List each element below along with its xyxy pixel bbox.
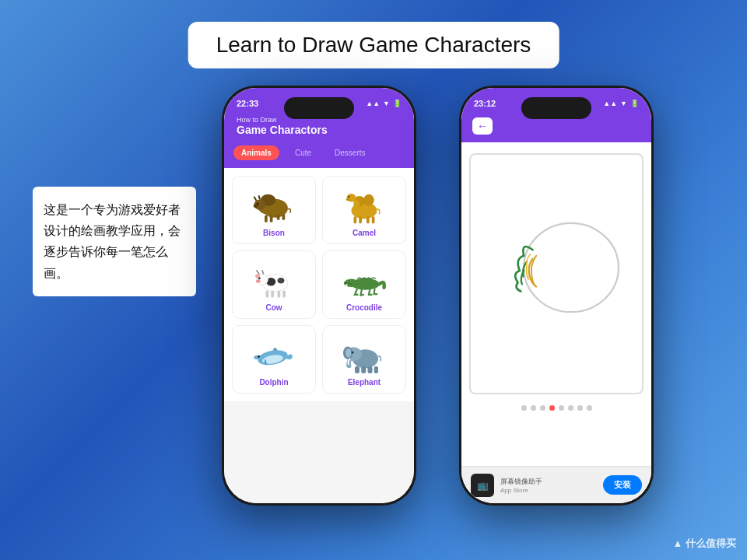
crocodile-image xyxy=(341,257,388,300)
pagination-dots xyxy=(461,405,651,411)
description-box: 这是一个专为游戏爱好者设计的绘画教学应用，会逐步告诉你每一笔怎么画。 xyxy=(33,187,196,296)
store-label: App Store xyxy=(500,487,597,494)
dot-7 xyxy=(577,405,583,411)
svg-rect-10 xyxy=(277,214,280,220)
bison-label: Bison xyxy=(239,229,309,237)
svg-rect-54 xyxy=(361,366,366,373)
phone-2-screen: 23:12 ▲▲ ▼ 🔋 ← xyxy=(461,88,651,503)
crocodile-label: Crocodile xyxy=(329,303,399,312)
animal-card-crocodile[interactable]: Crocodile xyxy=(322,250,406,319)
install-button[interactable]: 安装 xyxy=(603,475,642,495)
svg-rect-35 xyxy=(266,291,269,298)
time-1: 22:33 xyxy=(237,99,258,108)
svg-point-51 xyxy=(352,352,354,354)
svg-point-18 xyxy=(346,198,350,201)
page-title: Learn to Draw Game Characters xyxy=(188,22,559,68)
dynamic-island-2 xyxy=(521,97,591,119)
svg-point-45 xyxy=(258,355,260,358)
category-tabs: Animals Cute Desserts xyxy=(224,145,414,168)
phone-1: 22:33 ▲▲ ▼ 🔋 How to Draw Game Charactors… xyxy=(222,86,416,506)
animal-card-dolphin[interactable]: Dolphin xyxy=(232,325,316,394)
status-icons-2: ▲▲ ▼ 🔋 xyxy=(603,100,639,107)
svg-line-5 xyxy=(259,195,261,199)
cow-label: Cow xyxy=(239,303,309,312)
camel-image xyxy=(341,183,388,226)
status-icons-1: ▲▲ ▼ 🔋 xyxy=(366,100,402,107)
svg-point-57 xyxy=(524,223,619,312)
app-title: Game Charactors xyxy=(237,124,402,136)
mirror-app-name: 屏幕镜像助手 xyxy=(500,477,597,487)
svg-rect-15 xyxy=(354,200,360,213)
animal-card-cow[interactable]: Cow xyxy=(232,250,316,319)
svg-point-46 xyxy=(258,355,259,356)
app-store-icon: 📺 xyxy=(471,474,494,497)
svg-line-29 xyxy=(262,270,264,274)
svg-rect-22 xyxy=(372,216,375,223)
dynamic-island-1 xyxy=(284,97,354,119)
cow-image xyxy=(251,257,297,300)
svg-point-34 xyxy=(258,281,259,282)
svg-point-33 xyxy=(257,281,258,282)
svg-rect-55 xyxy=(368,366,373,373)
elephant-image xyxy=(341,332,388,375)
phone-2: 23:12 ▲▲ ▼ 🔋 ← xyxy=(459,86,654,506)
svg-point-50 xyxy=(345,348,352,358)
svg-rect-8 xyxy=(265,215,268,222)
dot-3 xyxy=(540,405,545,411)
app-store-info: 屏幕镜像助手 App Store xyxy=(500,477,597,494)
app-store-banner: 📺 屏幕镜像助手 App Store 安装 xyxy=(461,466,651,503)
svg-point-6 xyxy=(257,203,258,205)
camel-label: Camel xyxy=(329,229,399,237)
svg-point-7 xyxy=(254,205,258,208)
drawing-canvas xyxy=(469,153,644,394)
dolphin-image xyxy=(251,332,297,375)
animal-grid: Bison xyxy=(224,168,414,401)
dot-2 xyxy=(531,405,536,411)
svg-line-4 xyxy=(254,197,257,201)
dot-6 xyxy=(568,405,573,411)
animal-card-elephant[interactable]: Elephant xyxy=(322,325,406,394)
svg-rect-11 xyxy=(282,214,286,220)
tab-desserts[interactable]: Desserts xyxy=(327,145,373,160)
svg-rect-53 xyxy=(355,366,359,373)
svg-rect-56 xyxy=(374,366,378,373)
svg-line-28 xyxy=(257,270,260,274)
svg-point-52 xyxy=(352,352,353,352)
svg-point-17 xyxy=(348,196,349,198)
svg-rect-36 xyxy=(271,291,274,298)
svg-rect-38 xyxy=(282,291,286,298)
tab-animals[interactable]: Animals xyxy=(233,145,279,160)
svg-point-32 xyxy=(256,279,261,283)
phone-1-screen: 22:33 ▲▲ ▼ 🔋 How to Draw Game Charactors… xyxy=(224,88,414,503)
time-2: 23:12 xyxy=(474,99,496,108)
svg-point-31 xyxy=(259,278,260,278)
tab-cute[interactable]: Cute xyxy=(287,145,319,160)
svg-rect-9 xyxy=(270,215,273,222)
svg-rect-19 xyxy=(354,216,357,223)
description-text: 这是一个专为游戏爱好者设计的绘画教学应用，会逐步告诉你每一笔怎么画。 xyxy=(44,203,181,280)
dot-1 xyxy=(521,405,527,411)
svg-point-25 xyxy=(278,278,285,284)
bison-image xyxy=(251,183,297,226)
svg-point-30 xyxy=(258,277,261,279)
svg-point-14 xyxy=(363,194,374,206)
animal-card-bison[interactable]: Bison xyxy=(232,176,316,244)
svg-rect-21 xyxy=(366,216,370,223)
dolphin-label: Dolphin xyxy=(239,378,309,387)
svg-rect-20 xyxy=(359,216,362,223)
svg-rect-37 xyxy=(278,291,281,298)
animal-card-camel[interactable]: Camel xyxy=(322,176,406,244)
back-button[interactable]: ← xyxy=(472,117,493,135)
watermark: ▲ 什么值得买 xyxy=(673,537,736,551)
dot-5 xyxy=(559,405,564,411)
elephant-label: Elephant xyxy=(329,378,399,387)
dot-8 xyxy=(587,405,592,411)
dot-4 xyxy=(549,405,555,411)
svg-point-42 xyxy=(349,280,350,282)
watermark-logo: ▲ 什么值得买 xyxy=(673,537,736,551)
